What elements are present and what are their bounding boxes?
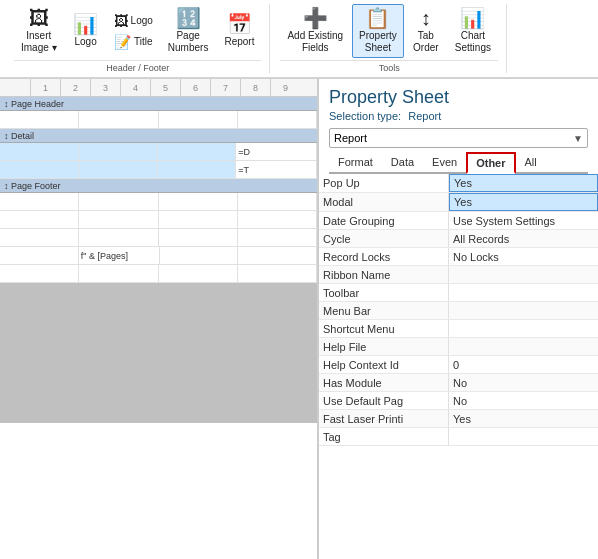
page-header-section: ↕ Page Header xyxy=(0,97,317,111)
popup-label: Pop Up xyxy=(319,174,449,192)
page-numbers-label: PageNumbers xyxy=(168,30,209,54)
ribbon-name-value[interactable] xyxy=(449,266,598,283)
prop-row-ribbon-name: Ribbon Name xyxy=(319,266,598,284)
property-sheet-label: PropertySheet xyxy=(359,30,397,54)
date-time-button[interactable]: 📅 Report xyxy=(217,10,261,52)
insert-chart-label: Logo xyxy=(74,36,96,48)
report-select[interactable]: Report xyxy=(330,129,569,147)
fast-laser-label: Fast Laser Printi xyxy=(319,410,449,427)
insert-image-icon: 🖼 xyxy=(29,8,49,28)
modal-value[interactable]: Yes xyxy=(449,193,598,211)
fast-laser-value[interactable]: Yes xyxy=(449,410,598,427)
tab-data[interactable]: Data xyxy=(382,152,423,172)
has-module-value[interactable]: No xyxy=(449,374,598,391)
tab-order-label: TabOrder xyxy=(413,30,439,54)
small-buttons: 🖼 Logo 📝 Title xyxy=(108,11,159,52)
tools-group-label: Tools xyxy=(280,60,498,73)
add-existing-icon: ➕ xyxy=(303,8,328,28)
title-label: Title xyxy=(134,36,153,48)
shortcut-menu-label: Shortcut Menu xyxy=(319,320,449,337)
has-module-label: Has Module xyxy=(319,374,449,391)
selected-grid-row: =D xyxy=(0,143,317,161)
tag-value[interactable] xyxy=(449,428,598,445)
page-numbers-button[interactable]: 🔢 PageNumbers xyxy=(161,4,216,58)
footer-grid-row-4: f" & [Pages] xyxy=(0,247,317,265)
ribbon: 🖼 InsertImage ▾ 📊 Logo 🖼 Logo 📝 xyxy=(0,0,598,79)
chart-settings-icon: 📊 xyxy=(460,8,485,28)
help-file-value[interactable] xyxy=(449,338,598,355)
prop-row-cycle: Cycle All Records xyxy=(319,230,598,248)
add-existing-label: Add ExistingFields xyxy=(287,30,343,54)
prop-row-has-module: Has Module No xyxy=(319,374,598,392)
help-context-label: Help Context Id xyxy=(319,356,449,373)
report-dropdown[interactable]: Report ▼ xyxy=(329,128,588,148)
tag-label: Tag xyxy=(319,428,449,445)
prop-row-popup: Pop Up Yes xyxy=(319,174,598,193)
insert-chart-button[interactable]: 📊 Logo xyxy=(66,10,106,52)
property-sheet-title: Property Sheet xyxy=(319,79,598,110)
prop-row-toolbar: Toolbar xyxy=(319,284,598,302)
logo-button[interactable]: 🖼 Logo xyxy=(108,11,159,31)
canvas-body: ↕ Page Header ↕ Detail =D =T xyxy=(0,97,317,559)
property-sheet-icon: 📋 xyxy=(365,8,390,28)
date-time-label: Report xyxy=(224,36,254,48)
modal-label: Modal xyxy=(319,193,449,211)
chart-settings-button[interactable]: 📊 ChartSettings xyxy=(448,4,498,58)
footer-grid-row-2 xyxy=(0,211,317,229)
tab-other[interactable]: Other xyxy=(466,152,515,174)
tools-group: ➕ Add ExistingFields 📋 PropertySheet ↕ T… xyxy=(272,4,507,73)
title-icon: 📝 xyxy=(114,35,131,49)
insert-image-label: InsertImage ▾ xyxy=(21,30,57,54)
main-area: 1 2 3 4 5 6 7 8 9 ↕ Page Header ↕ Detail xyxy=(0,79,598,559)
cycle-label: Cycle xyxy=(319,230,449,247)
insert-image-button[interactable]: 🖼 InsertImage ▾ xyxy=(14,4,64,58)
footer-grid-row-5 xyxy=(0,265,317,283)
cycle-value[interactable]: All Records xyxy=(449,230,598,247)
property-sheet-button[interactable]: 📋 PropertySheet xyxy=(352,4,404,58)
popup-value[interactable]: Yes xyxy=(449,174,598,192)
grid-row xyxy=(0,111,317,129)
prop-row-tag: Tag xyxy=(319,428,598,446)
use-default-label: Use Default Pag xyxy=(319,392,449,409)
detail-section: ↕ Detail xyxy=(0,129,317,143)
ribbon-content: 🖼 InsertImage ▾ 📊 Logo 🖼 Logo 📝 xyxy=(0,0,598,78)
prop-row-date-grouping: Date Grouping Use System Settings xyxy=(319,212,598,230)
property-sheet-panel: Property Sheet Selection type: Report Re… xyxy=(318,79,598,559)
use-default-value[interactable]: No xyxy=(449,392,598,409)
tab-order-button[interactable]: ↕ TabOrder xyxy=(406,4,446,58)
menu-bar-label: Menu Bar xyxy=(319,302,449,319)
tools-ribbon-items: ➕ Add ExistingFields 📋 PropertySheet ↕ T… xyxy=(280,4,498,58)
prop-row-menu-bar: Menu Bar xyxy=(319,302,598,320)
ruler: 1 2 3 4 5 6 7 8 9 xyxy=(0,79,317,97)
prop-row-help-file: Help File xyxy=(319,338,598,356)
dropdown-arrow-icon: ▼ xyxy=(569,133,587,144)
canvas-gray-area xyxy=(0,283,317,423)
ribbon-name-label: Ribbon Name xyxy=(319,266,449,283)
prop-row-help-context: Help Context Id 0 xyxy=(319,356,598,374)
tab-all[interactable]: All xyxy=(516,152,546,172)
selection-type-label: Selection type: xyxy=(329,110,401,122)
shortcut-menu-value[interactable] xyxy=(449,320,598,337)
footer-grid-row-3 xyxy=(0,229,317,247)
prop-row-shortcut-menu: Shortcut Menu xyxy=(319,320,598,338)
help-context-value[interactable]: 0 xyxy=(449,356,598,373)
tab-order-icon: ↕ xyxy=(421,8,431,28)
menu-bar-value[interactable] xyxy=(449,302,598,319)
add-existing-fields-button[interactable]: ➕ Add ExistingFields xyxy=(280,4,350,58)
record-locks-label: Record Locks xyxy=(319,248,449,265)
tab-event[interactable]: Even xyxy=(423,152,466,172)
header-footer-label: Header / Footer xyxy=(14,60,261,73)
date-grouping-label: Date Grouping xyxy=(319,212,449,229)
footer-grid-row xyxy=(0,193,317,211)
property-table: Pop Up Yes Modal Yes Date Grouping Use S… xyxy=(319,174,598,559)
page-numbers-icon: 🔢 xyxy=(176,8,201,28)
date-grouping-value[interactable]: Use System Settings xyxy=(449,212,598,229)
help-file-label: Help File xyxy=(319,338,449,355)
toolbar-value[interactable] xyxy=(449,284,598,301)
title-button[interactable]: 📝 Title xyxy=(108,32,159,52)
tab-format[interactable]: Format xyxy=(329,152,382,172)
logo-icon: 🖼 xyxy=(114,14,128,28)
page-footer-section: ↕ Page Footer xyxy=(0,179,317,193)
property-tabs: Format Data Even Other All xyxy=(329,152,588,174)
record-locks-value[interactable]: No Locks xyxy=(449,248,598,265)
